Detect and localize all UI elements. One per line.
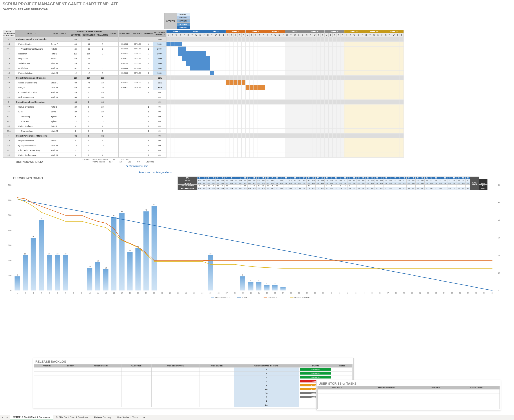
backlog-row[interactable]: 16Not Started [34, 391, 353, 395]
svg-rect-119 [280, 287, 286, 291]
svg-text:20: 20 [498, 254, 500, 256]
svg-text:300: 300 [8, 244, 11, 246]
svg-text:27: 27 [226, 292, 227, 294]
svg-text:12: 12 [105, 292, 107, 294]
task-row[interactable]: 1Project Conception and Initiation309309… [3, 37, 404, 42]
svg-text:51: 51 [419, 292, 421, 294]
svg-text:3: 3 [274, 283, 275, 285]
task-row[interactable]: 4Project Performance / Monitoring320320% [3, 134, 404, 138]
svg-text:40: 40 [498, 219, 500, 221]
svg-text:700: 700 [8, 184, 11, 186]
svg-text:20: 20 [56, 253, 58, 255]
tab-nav-prev-icon[interactable]: ◄ [0, 415, 5, 420]
backlog-row[interactable]: 2Complete [34, 371, 353, 375]
svg-text:11: 11 [97, 292, 99, 294]
task-row[interactable]: 1.1.1Project Charter RevisionsKyle R2525… [3, 46, 404, 51]
svg-text:3: 3 [33, 292, 34, 294]
task-row[interactable]: 2.3Communication PlanMalik M4004010% [3, 90, 404, 95]
userstory-row[interactable] [318, 405, 500, 409]
task-row[interactable]: 2.4Risk ManagementMalik M300300% [3, 95, 404, 100]
backlog-row[interactable]: 1Complete [34, 368, 353, 371]
task-row[interactable]: 2Project Definition and Planning21011010… [3, 75, 404, 80]
svg-text:8: 8 [242, 274, 243, 276]
svg-rect-103 [144, 211, 149, 291]
svg-rect-109 [240, 277, 245, 291]
task-row[interactable]: 3.2.1MonitoringKyle R80810% [3, 114, 404, 119]
userstory-row[interactable] [318, 390, 500, 393]
backlog-row[interactable]: 8Not Started [34, 395, 353, 399]
backlog-row[interactable]: 4 [34, 399, 353, 403]
task-row[interactable]: 4.3Effort and Cost TrackingMalik M80810% [3, 148, 404, 153]
svg-text:10: 10 [498, 272, 500, 274]
svg-text:33: 33 [274, 292, 276, 294]
svg-text:2: 2 [25, 292, 26, 294]
sheet-tab[interactable]: User Stories or Tasks [114, 415, 141, 420]
userstory-row[interactable] [318, 393, 500, 398]
backlog-row[interactable]: 8Overdue [34, 379, 353, 383]
svg-text:5: 5 [250, 279, 251, 281]
svg-rect-127 [290, 297, 294, 298]
svg-text:20: 20 [169, 292, 171, 294]
task-row[interactable]: 3Project Launch and Execution660660% [3, 100, 404, 105]
svg-text:ESTIMATE: ESTIMATE [268, 296, 278, 298]
backlog-row[interactable]: 8Complete [34, 375, 353, 379]
task-row[interactable]: 1.5GuidelinesMalik M3232003/18/2203/22/2… [3, 66, 404, 71]
svg-text:20: 20 [24, 253, 26, 255]
svg-text:0: 0 [498, 289, 499, 292]
task-row[interactable]: 4.4Project PerformanceMalik M40410% [3, 153, 404, 158]
svg-rect-101 [135, 248, 141, 291]
svg-text:25: 25 [210, 292, 212, 294]
svg-text:32: 32 [266, 292, 268, 294]
svg-text:8: 8 [73, 292, 74, 294]
sprint-list: SPRINT 1SPRINT 2SPRINT 3SPRINT 4SPRINT 5 [177, 13, 190, 29]
svg-text:24: 24 [201, 292, 204, 294]
task-row[interactable]: 2.1Scope & Goal SettingSteve L80701003/2… [3, 80, 404, 85]
userstory-row[interactable] [318, 401, 500, 405]
svg-text:49: 49 [403, 292, 405, 294]
task-row[interactable]: 3.2KPIsJenna P2002010% [3, 109, 404, 114]
task-row[interactable]: 1.6Project InitiationMalik M1212003/23/2… [3, 71, 404, 75]
svg-text:8: 8 [17, 274, 18, 276]
sheet-tab[interactable]: EXAMPLE Gantt Chart & Burndown [10, 415, 53, 420]
task-row[interactable]: 1.1Project CharterJenna P4040003/12/2203… [3, 42, 404, 46]
svg-text:41: 41 [339, 292, 340, 294]
svg-text:200: 200 [8, 259, 11, 262]
svg-rect-75 [15, 277, 20, 291]
task-row[interactable]: 3.3.1Chart UpdatesMalik M20210% [3, 129, 404, 134]
task-row[interactable]: 4.2Quality DeliverablesAllen W1201210% [3, 143, 404, 148]
svg-text:HRS COMPLETED: HRS COMPLETED [215, 296, 232, 298]
svg-text:48: 48 [395, 292, 397, 294]
svg-rect-93 [103, 269, 108, 291]
add-sheet-button[interactable]: + [141, 415, 147, 420]
tab-nav-next-icon[interactable]: ► [5, 415, 10, 420]
task-row[interactable]: 2.2BudgetAllen W60402003/29/2204/02/2256… [3, 85, 404, 90]
task-row[interactable]: 1.2ResearchPete S100100003/15/2203/21/22… [3, 51, 404, 56]
task-row[interactable]: 3.1Status & TrackingPete S2002010% [3, 105, 404, 109]
svg-text:17: 17 [145, 292, 147, 294]
backlog-row[interactable]: 80In Progress [34, 387, 353, 391]
task-row[interactable]: 3.3Project UpdatesPete S40410% [3, 124, 404, 129]
sheet-tab[interactable]: BLANK Gantt Chart & Burndown [53, 415, 91, 420]
col-wbs: WORK BREAKDOWN STRUCTURE [3, 30, 15, 37]
backlog-row[interactable]: 24 [34, 403, 353, 407]
svg-text:0: 0 [10, 289, 11, 292]
userstory-row[interactable] [318, 398, 500, 401]
task-row[interactable]: 4.1Project ObjectivesSteve L80810% [3, 138, 404, 143]
user-stories-title: USER STORIES or TASKS [317, 381, 500, 386]
svg-text:59: 59 [484, 292, 485, 294]
burndown-data-title: BURNDOWN DATA [16, 160, 43, 164]
svg-text:4: 4 [41, 292, 42, 294]
svg-rect-87 [63, 255, 68, 291]
svg-text:18: 18 [153, 292, 155, 294]
svg-text:10: 10 [89, 292, 91, 294]
svg-text:1: 1 [17, 292, 18, 294]
svg-text:36: 36 [298, 292, 300, 294]
sheet-tab[interactable]: Release Backlog [91, 415, 114, 420]
svg-text:20: 20 [49, 253, 51, 255]
svg-text:3: 3 [266, 283, 268, 285]
svg-text:12: 12 [105, 267, 107, 269]
task-row[interactable]: 1.4StakeholdersAllen W4040003/17/2203/22… [3, 61, 404, 66]
task-row[interactable]: 1.3ProjectionsSteve L6060003/16/2203/22/… [3, 56, 404, 61]
task-row[interactable]: 3.2.2ForecastsKyle R1201210% [3, 119, 404, 124]
backlog-row[interactable]: 4In Progress [34, 383, 353, 387]
